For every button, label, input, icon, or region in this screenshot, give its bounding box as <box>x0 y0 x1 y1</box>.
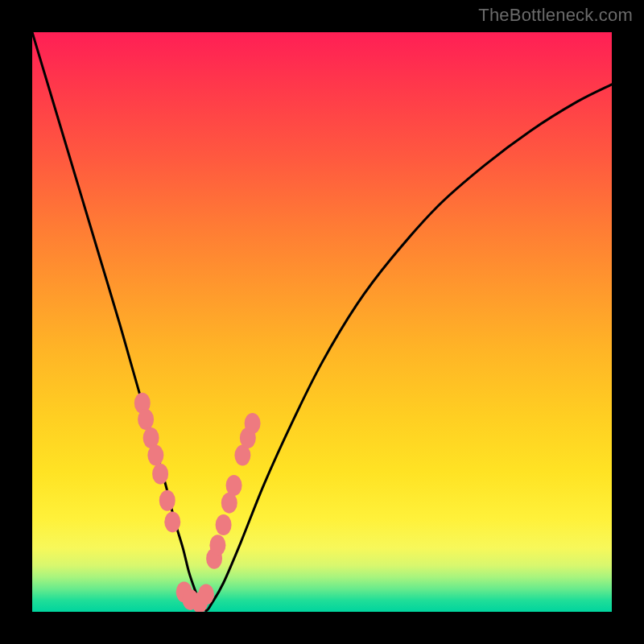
plot-area <box>32 32 612 612</box>
marker-dot <box>152 464 168 485</box>
chart-svg <box>32 32 612 612</box>
marker-dot <box>138 409 154 430</box>
marker-dot <box>147 445 163 466</box>
watermark-text: TheBottleneck.com <box>478 5 633 26</box>
marker-dot <box>216 514 232 535</box>
marker-cluster-right <box>206 413 261 569</box>
marker-dot <box>159 490 175 511</box>
bottleneck-curve <box>32 32 612 611</box>
chart-frame: TheBottleneck.com <box>0 0 644 644</box>
marker-dot <box>209 535 225 555</box>
marker-dot <box>245 413 261 434</box>
marker-dot <box>164 511 180 532</box>
marker-dot <box>198 584 214 605</box>
marker-dot <box>226 475 242 496</box>
marker-cluster-left <box>134 393 180 533</box>
